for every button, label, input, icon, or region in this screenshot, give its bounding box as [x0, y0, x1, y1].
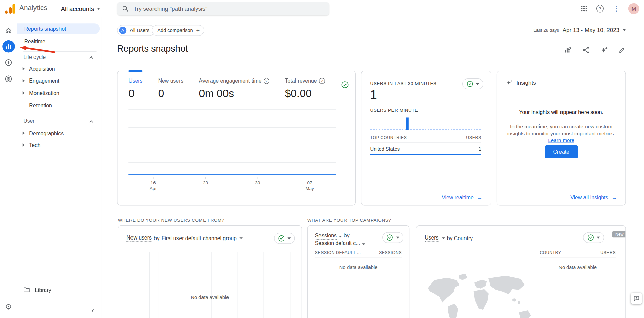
- view-all-insights-link[interactable]: View all insights →: [570, 194, 617, 200]
- metric-dropdown[interactable]: Users: [425, 235, 438, 242]
- metric-dropdown[interactable]: Sessions: [315, 233, 337, 240]
- advertising-icon[interactable]: [0, 71, 17, 87]
- metric-value: $0.00: [285, 87, 325, 100]
- sidebar-item-label: Realtime: [24, 38, 45, 44]
- chevron-down-icon: [339, 236, 342, 237]
- sidebar-item-retention[interactable]: Retention: [17, 99, 100, 111]
- sidebar-item-label: Reports snapshot: [24, 26, 66, 32]
- sidebar-item-demographics[interactable]: Demographics: [17, 128, 100, 139]
- column-header: SESSION DEFAULT ...: [315, 250, 361, 255]
- chart-series-line: [128, 174, 336, 175]
- chevron-down-icon: [362, 243, 366, 245]
- sidebar-item-tech[interactable]: Tech: [17, 139, 100, 151]
- metric-value: 0: [158, 87, 184, 100]
- date-range-picker[interactable]: Last 28 days Apr 13 - May 10, 2023: [533, 27, 626, 33]
- country-card-title[interactable]: Users by Country: [425, 235, 473, 242]
- add-comparison-label: Add comparison: [157, 27, 193, 33]
- edit-pencil-icon[interactable]: [619, 46, 626, 54]
- empty-state: No data available: [118, 295, 302, 300]
- metric-total-revenue[interactable]: Total revenue ? $0.00: [285, 78, 325, 100]
- insights-body: In the meantime, you can create new cust…: [507, 123, 615, 144]
- channel-card-title[interactable]: New users by First user default channel …: [126, 235, 243, 242]
- arrow-right-icon: [23, 91, 25, 95]
- data-quality-dropdown[interactable]: [583, 232, 604, 243]
- metric-users[interactable]: Users 0: [128, 78, 142, 100]
- insights-sparkle-icon[interactable]: [600, 46, 608, 54]
- dimension-dropdown[interactable]: Session default c...: [315, 240, 360, 247]
- ga-window: Analytics All accounts ?: [0, 0, 644, 318]
- logo-dot: [5, 11, 8, 14]
- table-row[interactable]: United States 1: [370, 143, 481, 155]
- sidebar-item-monetization[interactable]: Monetization: [17, 87, 100, 99]
- data-quality-check-icon[interactable]: [341, 81, 349, 90]
- help-icon[interactable]: ?: [596, 5, 604, 13]
- sidebar-item-label: Acquisition: [29, 66, 55, 72]
- sidebar-item-acquisition[interactable]: Acquisition: [17, 63, 100, 74]
- avatar[interactable]: M: [628, 3, 639, 14]
- metric-new-users[interactable]: New users 0: [158, 78, 184, 100]
- new-badge: New: [612, 231, 626, 237]
- divider: [23, 114, 96, 114]
- metric-value: 0m 00s: [199, 87, 269, 100]
- channel-group-card: New users by First user default channel …: [118, 225, 302, 318]
- plus-icon: +: [196, 27, 200, 33]
- explore-icon[interactable]: [0, 54, 17, 71]
- metric-dropdown[interactable]: New users: [126, 235, 152, 242]
- campaigns-card-title[interactable]: Sessions by Session default c...: [315, 232, 366, 247]
- help-circle-icon[interactable]: ?: [319, 78, 325, 84]
- help-circle-icon[interactable]: ?: [264, 78, 269, 84]
- all-users-chip[interactable]: A All Users: [117, 25, 155, 36]
- settings-gear-icon[interactable]: ⚙: [0, 298, 17, 315]
- x-axis: [128, 177, 336, 177]
- per-minute-label: USERS PER MINUTE: [370, 108, 418, 113]
- data-quality-dropdown[interactable]: [382, 232, 403, 243]
- feedback-button[interactable]: [631, 293, 642, 304]
- chevron-down-icon: [396, 236, 399, 238]
- search-icon: [122, 5, 128, 12]
- top-bar: Analytics All accounts ?: [0, 0, 644, 17]
- sidebar-item-realtime[interactable]: Realtime: [17, 36, 100, 47]
- view-realtime-link[interactable]: View realtime →: [442, 194, 482, 200]
- search-input[interactable]: [133, 5, 324, 13]
- share-icon[interactable]: [582, 46, 590, 54]
- home-icon[interactable]: [0, 22, 17, 39]
- metric-avg-engagement-time[interactable]: Average engagement time ? 0m 00s: [199, 78, 269, 100]
- check-icon: [386, 234, 393, 241]
- top-countries-table: TOP COUNTRIES USERS United States 1: [370, 135, 481, 155]
- collapse-sidebar-icon[interactable]: ‹: [88, 305, 98, 315]
- x-tick-label: 23: [203, 180, 208, 186]
- comparison-label: All Users: [130, 27, 149, 33]
- section-header-life-cycle[interactable]: Life cycle: [17, 52, 100, 62]
- sidebar-item-reports-snapshot[interactable]: Reports snapshot: [17, 23, 100, 34]
- per-minute-bar: [406, 117, 409, 130]
- dimension-dropdown[interactable]: First user default channel group: [162, 235, 237, 241]
- sidebar-item-label: Retention: [29, 102, 52, 108]
- reports-icon[interactable]: [0, 38, 17, 55]
- sidebar-item-library[interactable]: Library: [17, 284, 100, 295]
- apps-grid-icon[interactable]: [581, 5, 587, 12]
- x-tick-label: 16Apr: [150, 180, 157, 191]
- add-comparison-button[interactable]: Add comparison +: [152, 25, 205, 36]
- axis-tick: [205, 177, 206, 179]
- create-insight-button[interactable]: Create: [545, 145, 578, 158]
- analytics-logo-icon[interactable]: [5, 4, 16, 14]
- empty-state: No data available: [540, 264, 616, 270]
- axis-tick: [258, 177, 258, 179]
- realtime-users-value: 1: [370, 88, 377, 101]
- empty-state: No data available: [308, 264, 409, 270]
- account-selector-label: All accounts: [61, 5, 94, 12]
- data-quality-dropdown[interactable]: [274, 233, 295, 244]
- search-bar[interactable]: [117, 2, 329, 15]
- account-selector[interactable]: All accounts: [61, 3, 100, 14]
- app-name: Analytics: [19, 4, 47, 12]
- more-vert-icon[interactable]: ⋮: [613, 5, 619, 12]
- folder-icon: [23, 287, 30, 293]
- customize-report-icon[interactable]: [564, 46, 572, 54]
- learn-more-link[interactable]: Learn more: [548, 138, 574, 143]
- sidebar-item-engagement[interactable]: Engagement: [17, 75, 100, 86]
- realtime-card: USERS IN LAST 30 MINUTES 1 USERS PER MIN…: [361, 71, 491, 205]
- section-header-user[interactable]: User: [17, 116, 100, 126]
- insights-headline: Your Insights will appear here soon.: [497, 109, 625, 115]
- arrow-right-icon: [23, 79, 25, 82]
- data-quality-dropdown[interactable]: [462, 78, 483, 89]
